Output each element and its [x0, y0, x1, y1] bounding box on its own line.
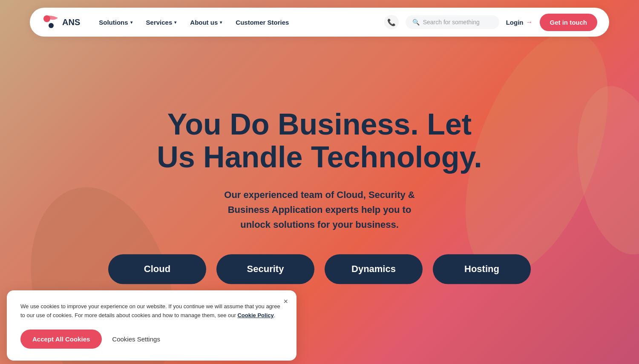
cookie-message: We use cookies to improve your experienc…: [20, 302, 283, 320]
cookie-policy-link[interactable]: Cookie Policy: [237, 312, 273, 318]
accept-all-cookies-button[interactable]: Accept All Cookies: [20, 330, 102, 349]
solutions-chevron-icon: ▾: [130, 20, 132, 25]
get-in-touch-button[interactable]: Get in touch: [540, 14, 598, 31]
hosting-button[interactable]: Hosting: [433, 254, 531, 284]
cloud-button[interactable]: Cloud: [108, 254, 206, 284]
phone-icon: 📞: [387, 18, 396, 26]
header: ANS Solutions ▾ Services ▾ About us ▾ Cu…: [30, 8, 609, 37]
hero-buttons: Cloud Security Dynamics Hosting: [128, 254, 511, 284]
hero-subtitle: Our experienced team of Cloud, Security …: [128, 187, 511, 232]
header-right: 📞 🔍 Search for something Login → Get in …: [384, 14, 597, 31]
login-arrow-icon: →: [526, 18, 533, 26]
cookie-banner: × We use cookies to improve your experie…: [7, 290, 296, 361]
cookie-actions: Accept All Cookies Cookies Settings: [20, 330, 283, 349]
services-chevron-icon: ▾: [174, 20, 176, 25]
nav-services[interactable]: Services ▾: [141, 15, 182, 29]
cookies-settings-button[interactable]: Cookies Settings: [112, 335, 160, 343]
dynamics-button[interactable]: Dynamics: [325, 254, 423, 284]
ans-logo-icon: [42, 13, 60, 32]
about-chevron-icon: ▾: [220, 20, 222, 25]
nav-customer-stories[interactable]: Customer Stories: [230, 15, 294, 29]
search-icon: 🔍: [412, 19, 420, 26]
logo[interactable]: ANS: [42, 13, 80, 32]
nav-solutions[interactable]: Solutions ▾: [94, 15, 137, 29]
hero-section: You Do Business. Let Us Handle Technolog…: [128, 108, 511, 284]
cookie-close-button[interactable]: ×: [283, 297, 288, 306]
svg-point-1: [49, 23, 54, 28]
phone-button[interactable]: 📞: [384, 15, 399, 29]
nav: Solutions ▾ Services ▾ About us ▾ Custom…: [94, 15, 384, 29]
nav-about[interactable]: About us ▾: [185, 15, 227, 29]
login-button[interactable]: Login →: [506, 18, 533, 26]
brand-name: ANS: [62, 17, 80, 27]
security-button[interactable]: Security: [216, 254, 314, 284]
hero-title: You Do Business. Let Us Handle Technolog…: [128, 108, 511, 174]
search-bar[interactable]: 🔍 Search for something: [406, 15, 499, 29]
